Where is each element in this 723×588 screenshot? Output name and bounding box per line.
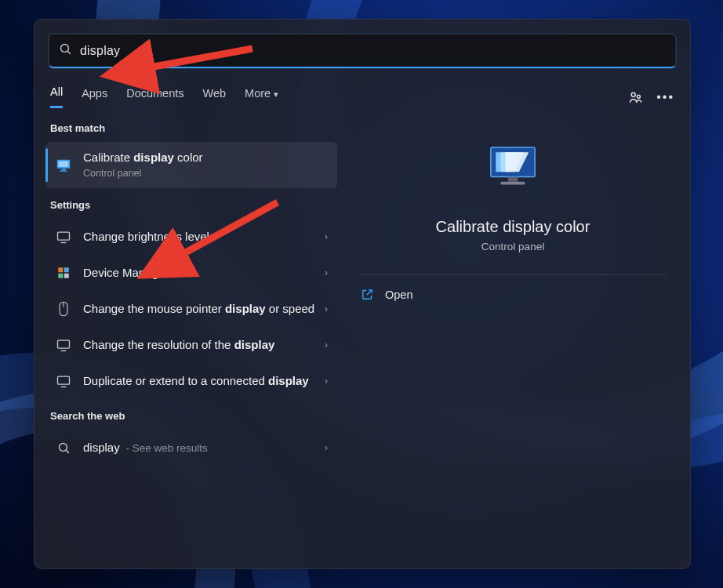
search-input[interactable] [80, 44, 675, 58]
mouse-icon [55, 301, 72, 317]
result-title: Duplicate or extend to a connected displ… [83, 373, 320, 389]
result-title: Device Manager [83, 265, 320, 281]
svg-rect-11 [64, 267, 69, 272]
svg-rect-5 [59, 161, 69, 166]
svg-point-3 [638, 95, 641, 98]
monitor-outline-icon [55, 373, 72, 389]
search-options-button[interactable] [628, 89, 644, 105]
svg-line-1 [67, 51, 71, 54]
open-external-icon [361, 288, 374, 301]
monitor-icon [55, 157, 72, 174]
svg-rect-7 [60, 170, 67, 171]
svg-rect-12 [58, 274, 63, 278]
monitor-outline-icon [55, 229, 72, 245]
svg-rect-27 [508, 176, 518, 181]
chevron-right-icon: › [325, 376, 328, 387]
result-web-search[interactable]: display - See web results › [45, 430, 337, 466]
result-device-manager[interactable]: Device Manager › [45, 255, 337, 291]
section-settings: Settings [50, 199, 332, 211]
result-title: Change the mouse pointer display or spee… [83, 301, 320, 317]
chevron-right-icon: › [325, 231, 328, 242]
scope-tab-apps[interactable]: Apps [82, 87, 107, 107]
svg-rect-16 [58, 340, 70, 348]
result-best-match[interactable]: Calibrate display color Control panel [45, 142, 337, 188]
result-resolution[interactable]: Change the resolution of the display › [45, 327, 337, 363]
svg-rect-6 [61, 169, 66, 170]
svg-point-2 [631, 93, 635, 96]
scope-tab-all[interactable]: All [50, 85, 63, 108]
svg-rect-13 [64, 274, 69, 278]
search-icon [55, 441, 72, 455]
section-best-match: Best match [50, 122, 332, 134]
preview-title: Calibrate display color [354, 218, 671, 236]
chevron-right-icon: › [325, 442, 328, 453]
svg-rect-18 [58, 376, 70, 384]
start-search-panel: All Apps Documents Web More▾ ••• Best ma… [34, 19, 691, 569]
scope-tab-documents[interactable]: Documents [126, 87, 183, 107]
result-change-brightness[interactable]: Change brightness level › [45, 219, 337, 255]
more-actions-button[interactable]: ••• [656, 90, 674, 104]
preview-subtitle: Control panel [354, 241, 671, 252]
section-search-web: Search the web [50, 410, 332, 422]
svg-point-0 [60, 44, 68, 52]
result-mouse-pointer[interactable]: Change the mouse pointer display or spee… [45, 291, 337, 327]
result-title: Change the resolution of the display [83, 337, 320, 353]
search-icon [59, 42, 72, 59]
svg-point-20 [59, 443, 67, 451]
scope-tab-more[interactable]: More▾ [245, 87, 278, 107]
preview-pane: Calibrate display color Control panel Op… [347, 119, 679, 466]
device-manager-icon [55, 266, 72, 280]
preview-action-label: Open [385, 289, 412, 301]
preview-icon [354, 136, 671, 198]
monitor-outline-icon [55, 337, 72, 353]
people-icon [628, 89, 644, 105]
chevron-down-icon: ▾ [274, 89, 278, 99]
result-title: Change brightness level [83, 229, 320, 245]
results-list: Best match Calibrate display color Contr… [45, 119, 337, 466]
result-title: Calibrate display color [83, 150, 328, 165]
search-bar[interactable] [49, 34, 676, 68]
result-title: display - See web results [83, 440, 320, 456]
chevron-right-icon: › [325, 339, 328, 350]
svg-rect-10 [58, 267, 63, 272]
result-subtitle: Control panel [83, 167, 328, 180]
chevron-right-icon: › [325, 303, 328, 314]
chevron-right-icon: › [325, 267, 328, 278]
ellipsis-icon: ••• [656, 90, 674, 104]
result-duplicate-extend[interactable]: Duplicate or extend to a connected displ… [45, 363, 337, 399]
preview-action-open[interactable]: Open [354, 275, 671, 314]
svg-rect-8 [58, 232, 70, 240]
svg-line-21 [66, 450, 69, 453]
scope-tab-web[interactable]: Web [203, 87, 227, 107]
svg-rect-28 [500, 182, 525, 185]
scope-bar: All Apps Documents Web More▾ ••• [50, 85, 674, 108]
